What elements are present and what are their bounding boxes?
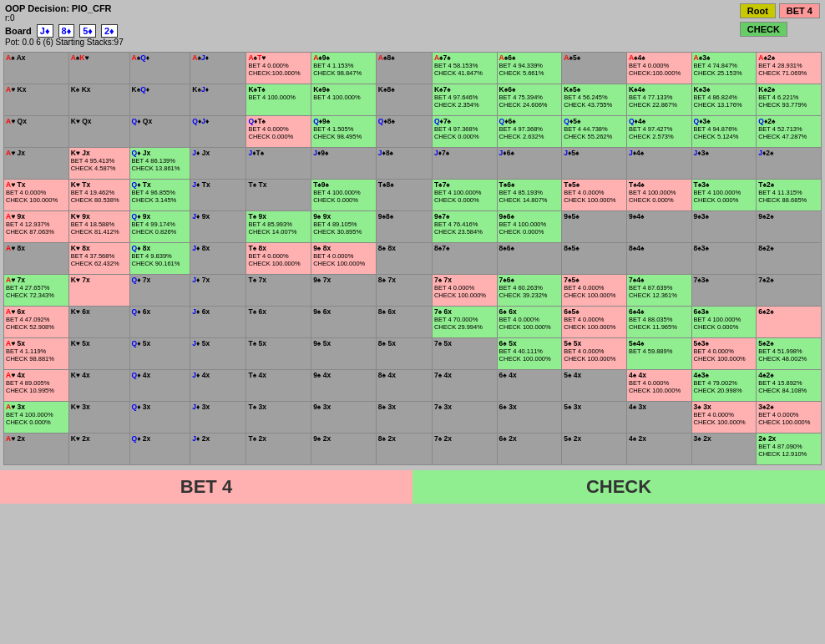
- cell-a-2x: A♥ 2x: [4, 434, 69, 465]
- btn-root[interactable]: Root: [740, 3, 776, 18]
- cell-a-qo: A♠Q♦: [129, 53, 190, 84]
- cell-k-5x: K♥ 5x: [68, 338, 129, 370]
- card-8: 8♦: [58, 24, 75, 38]
- cell-6-3x: 6♠ 3x: [497, 402, 562, 434]
- cell-9-3x: 9♠ 3x: [311, 402, 377, 434]
- cell-k-3x: K♥ 3x: [68, 402, 129, 434]
- cell-j-to: J♦T♠: [246, 148, 311, 180]
- cell-a-3x: A♥ 3x BET 4 100.000%CHECK 0.000%: [4, 402, 69, 434]
- cell-7-6o: 7♠6♠ BET 4 60.263%CHECK 39.232%: [497, 275, 562, 307]
- cell-5-2o: 5♠2♠ BET 4 51.998%CHECK 48.002%: [757, 338, 822, 370]
- cell-q-2x: Q♦ 2x: [129, 434, 190, 465]
- cell-8-7o: 8♠7♠: [432, 243, 497, 275]
- cell-a-3o: A♠3♠ BET 4 74.847%CHECK 25.153%: [691, 53, 757, 84]
- cell-7-4x: 7♠ 4x: [432, 370, 497, 402]
- cell-3-2x: 3♠ 2x: [691, 434, 757, 465]
- cell-6-5x: 6♠ 5x BET 4 40.111%CHECK 100.000%: [497, 338, 562, 370]
- cell-q-7x: Q♦ 7x: [129, 275, 190, 307]
- cell-8-8x: 8♠ 8x: [376, 243, 432, 275]
- cell-q-4o: Q♦4♠ BET 4 97.427%CHECK 2.573%: [626, 116, 691, 148]
- cell-a-jx: A♥ Jx: [4, 148, 69, 180]
- cell-q-tx: Q♦ Tx BET 4 96.855%CHECK 3.145%: [129, 180, 190, 211]
- btn-bet4-top[interactable]: BET 4: [779, 3, 820, 18]
- cell-t-6o: T♠6♠ BET 4 85.193%CHECK 14.807%: [497, 180, 562, 211]
- cell-q-3x: Q♦ 3x: [129, 402, 190, 434]
- cell-j-3x: J♦ 3x: [190, 402, 246, 434]
- cell-j-4o: J♦4♠: [626, 148, 691, 180]
- cell-9-3o: 9♠3♠: [691, 211, 757, 243]
- cell-t-9o: T♠9♠ BET 4 100.000%CHECK 0.000%: [311, 180, 377, 211]
- cell-q-jx: Q♦ Jx BET 4 86.139%CHECK 13.861%: [129, 148, 190, 180]
- cell-a-5o: A♠5♠: [562, 53, 627, 84]
- cell-j-5o: J♦5♠: [562, 148, 627, 180]
- cell-9-7o: 9♠7♠ BET 4 76.416%CHECK 23.584%: [432, 211, 497, 243]
- board-label: Board: [5, 26, 32, 36]
- cell-9-5o: 9♠5♠: [562, 211, 627, 243]
- cell-4-2o: 4♠2♠ BET 4 15.892%CHECK 84.108%: [757, 370, 822, 402]
- cell-k-9o: K♠9♠ BET 4 100.000%: [311, 84, 377, 116]
- cell-9-7x: 9♠ 7x: [311, 275, 377, 307]
- decision-sub: r:0: [5, 13, 733, 23]
- cell-q-6x: Q♦ 6x: [129, 307, 190, 338]
- cell-a-qx: A♥ Qx: [4, 116, 69, 148]
- cell-8-3x: 8♠ 3x: [376, 402, 432, 434]
- cell-a-4x: A♥ 4x BET 4 89.005%CHECK 10.995%: [4, 370, 69, 402]
- cell-7-2x: 7♠ 2x: [432, 434, 497, 465]
- cell-9-4o: 9♠4♠: [626, 211, 691, 243]
- legend-bet4: BET 4: [0, 470, 412, 504]
- cell-8-7x: 8♠ 7x: [376, 275, 432, 307]
- cell-a-8o: A♠8♠: [376, 53, 432, 84]
- cell-t-8x: T♠ 8x BET 4 0.000%CHECK 100.000%: [246, 243, 311, 275]
- cell-7-6x: 7♠ 6x BET 4 70.000%CHECK 29.994%: [432, 307, 497, 338]
- cell-9-8x: 9♠ 8x BET 4 0.000%CHECK 100.000%: [311, 243, 377, 275]
- legend-check: CHECK: [412, 470, 825, 504]
- cell-k-qx: K♥ Qx: [68, 116, 129, 148]
- cell-7-3o: 7♠3♠: [691, 275, 757, 307]
- cell-j-tx: J♦ Tx: [190, 180, 246, 211]
- cell-k-8o: K♠8♠: [376, 84, 432, 116]
- cell-j-7o: J♦7♠: [432, 148, 497, 180]
- cell-a-5x: A♥ 5x BET 4 1.119%CHECK 98.881%: [4, 338, 69, 370]
- cell-5-2x: 5♠ 2x: [562, 434, 627, 465]
- cell-5-3o: 5♠3♠ BET 4 0.000%CHECK 100.000%: [691, 338, 757, 370]
- cell-4-4x: 4♠ 4x BET 4 0.000%CHECK 100.000%: [626, 370, 691, 402]
- cell-q-8x: Q♦ 8x BET 4 9.839%CHECK 90.161%: [129, 243, 190, 275]
- cell-k-6x: K♥ 6x: [68, 307, 129, 338]
- cell-5-4x: 5♠ 4x: [562, 370, 627, 402]
- cell-q-4x: Q♦ 4x: [129, 370, 190, 402]
- cell-t-9x: T♠ 9x BET 4 85.993%CHECK 14.007%: [246, 211, 311, 243]
- cell-9-2o: 9♠2♠: [757, 211, 822, 243]
- cell-k-2o: K♠2♠ BET 4 6.221%CHECK 93.779%: [757, 84, 822, 116]
- cell-t-7o: T♠7♠ BET 4 100.000%CHECK 0.000%: [432, 180, 497, 211]
- cell-3-2o: 3♠2♠ BET 4 0.000%CHECK 100.000%: [757, 402, 822, 434]
- decision-title: OOP Decision: PIO_CFR: [5, 3, 733, 13]
- cell-k-kx: K♠ Kx: [68, 84, 129, 116]
- cell-k-to: K♠T♠ BET 4 100.000%: [246, 84, 311, 116]
- card-j: J♦: [37, 24, 53, 38]
- cell-k-4o: K♠4♠ BET 4 77.133%CHECK 22.867%: [626, 84, 691, 116]
- cell-q-to: Q♦T♠ BET 4 0.000%CHECK 0.000%: [246, 116, 311, 148]
- cell-4-3o: 4♠3♠ BET 4 79.002%CHECK 20.998%: [691, 370, 757, 402]
- cell-5-5x: 5♠ 5x BET 4 0.000%CHECK 100.000%: [562, 338, 627, 370]
- cell-k-3o: K♠3♠ BET 4 86.824%CHECK 13.176%: [691, 84, 757, 116]
- cell-8-4x: 8♠ 4x: [376, 370, 432, 402]
- cell-k-5o: K♠5♠ BET 4 56.245%CHECK 43.755%: [562, 84, 627, 116]
- cell-8-6x: 8♠ 6x: [376, 307, 432, 338]
- cell-j-6x: J♦ 6x: [190, 307, 246, 338]
- cell-a-7o: A♠7♠ BET 4 58.153%CHECK 41.847%: [432, 53, 497, 84]
- cell-a-8x: A♥ 8x: [4, 243, 69, 275]
- cell-t-3x: T♠ 3x: [246, 402, 311, 434]
- cell-a-kx: A♥ Kx: [4, 84, 69, 116]
- cell-j-9o: J♦9♠: [311, 148, 377, 180]
- cell-j-2x: J♦ 2x: [190, 434, 246, 465]
- cell-j-8o: J♦8♠: [376, 148, 432, 180]
- btn-check-top[interactable]: CHECK: [740, 22, 787, 37]
- cell-t-6x: T♠ 6x: [246, 307, 311, 338]
- cell-k-jx: K♥ Jx BET 4 95.413%CHECK 4.587%: [68, 148, 129, 180]
- cell-k-8x: K♥ 8x BET 4 37.568%CHECK 62.432%: [68, 243, 129, 275]
- cell-8-2o: 8♠2♠: [757, 243, 822, 275]
- cell-t-4x: T♠ 4x: [246, 370, 311, 402]
- cell-q-9o: Q♦9♠ BET 4 1.505%CHECK 98.495%: [311, 116, 377, 148]
- card-5: 5♦: [79, 24, 96, 38]
- cell-8-3o: 8♠3♠: [691, 243, 757, 275]
